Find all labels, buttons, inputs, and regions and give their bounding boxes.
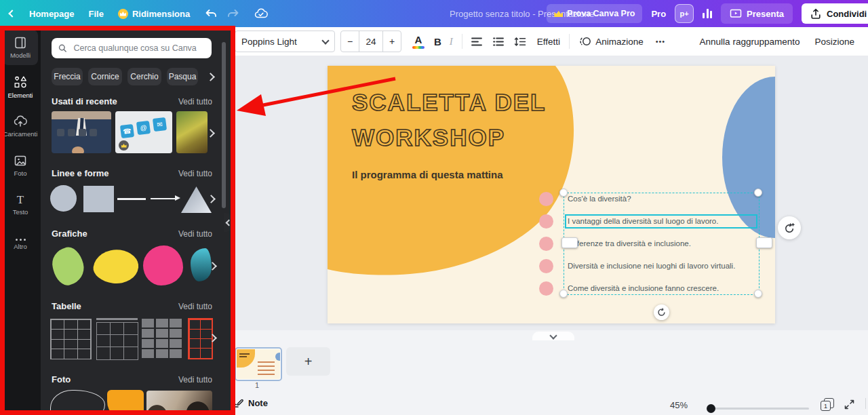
sidebar-item-altro[interactable]: Altro bbox=[3, 226, 38, 262]
chip-cornice[interactable]: Cornice bbox=[88, 68, 122, 85]
sidebar-item-modelli[interactable]: Modelli bbox=[3, 30, 38, 65]
redo-icon[interactable] bbox=[226, 7, 240, 20]
bullet-dot[interactable] bbox=[539, 214, 553, 229]
divider bbox=[462, 34, 462, 49]
rotate-icon bbox=[657, 308, 666, 317]
bold-button[interactable]: B bbox=[434, 36, 441, 47]
font-size-value[interactable]: 24 bbox=[359, 31, 383, 52]
see-all-link[interactable]: Vedi tutto bbox=[178, 302, 212, 311]
sidebar-item-elementi[interactable]: Elementi bbox=[3, 69, 38, 104]
table-header-row[interactable] bbox=[96, 318, 138, 359]
selection-handle-e[interactable] bbox=[756, 237, 772, 248]
see-all-link[interactable]: Vedi tutto bbox=[178, 169, 212, 178]
see-all-link[interactable]: Vedi tutto bbox=[178, 97, 212, 106]
table-solid-cells[interactable] bbox=[142, 319, 182, 358]
bullet-list-icon[interactable] bbox=[492, 37, 505, 47]
bullet-dot[interactable] bbox=[539, 237, 553, 251]
grid-view-button[interactable]: 1 bbox=[821, 398, 834, 411]
bullet-dot[interactable] bbox=[539, 192, 553, 206]
chip-pasqua[interactable]: Pasqua bbox=[167, 68, 198, 85]
see-all-link[interactable]: Vedi tutto bbox=[178, 229, 212, 239]
see-all-link[interactable]: Vedi tutto bbox=[178, 375, 212, 384]
graphic-blob-yellow[interactable] bbox=[92, 247, 140, 286]
replace-element-button[interactable] bbox=[778, 216, 801, 239]
notes-pencil-icon bbox=[233, 398, 244, 408]
rotate-handle[interactable] bbox=[654, 304, 669, 320]
cloud-sync-icon[interactable] bbox=[254, 8, 268, 19]
slide-page[interactable]: SCALETTA DEL WORKSHOP Il programma di qu… bbox=[328, 66, 775, 323]
recent-photo-businessman[interactable] bbox=[52, 111, 111, 153]
bullet-dot[interactable] bbox=[539, 281, 553, 296]
avatar[interactable]: p+ bbox=[675, 4, 694, 23]
font-size-increase[interactable]: + bbox=[383, 31, 401, 52]
slide-title[interactable]: SCALETTA DEL WORKSHOP bbox=[352, 85, 576, 155]
photo-orange-blob[interactable] bbox=[107, 390, 144, 415]
selection-handle-sw[interactable] bbox=[559, 290, 568, 298]
font-size-stepper[interactable]: − 24 + bbox=[340, 31, 401, 52]
canvas-workspace[interactable]: SCALETTA DEL WORKSHOP Il programma di qu… bbox=[231, 56, 868, 330]
add-page-button[interactable]: + bbox=[286, 347, 330, 376]
section-lines-shapes: Linee e forme Vedi tutto bbox=[52, 168, 212, 178]
photo-room[interactable] bbox=[146, 391, 212, 415]
notes-button[interactable]: Note bbox=[233, 398, 268, 408]
back-icon[interactable] bbox=[8, 9, 16, 17]
shape-circle[interactable] bbox=[50, 185, 77, 212]
search-input[interactable] bbox=[72, 43, 205, 54]
photo-outline-shape[interactable] bbox=[50, 390, 105, 415]
menu-file[interactable]: File bbox=[88, 9, 103, 19]
shape-line[interactable] bbox=[117, 198, 146, 200]
panel-scrollbar[interactable] bbox=[222, 42, 226, 208]
shape-arrow[interactable] bbox=[151, 195, 180, 201]
menu-ridimensiona[interactable]: Ridimensiona bbox=[118, 9, 190, 19]
share-button[interactable]: Condividi bbox=[802, 3, 868, 24]
recent-chevron-right-icon[interactable] bbox=[206, 129, 215, 138]
table-outline[interactable] bbox=[50, 319, 92, 359]
shapes-chevron-right-icon[interactable] bbox=[207, 195, 216, 203]
italic-button[interactable]: I bbox=[450, 36, 453, 47]
chips-chevron-right-icon[interactable] bbox=[206, 73, 215, 81]
fullscreen-button[interactable] bbox=[844, 399, 854, 412]
recent-photo-keyboard[interactable]: ☎ @ ✉ bbox=[115, 111, 172, 153]
slide-subtitle[interactable]: Il programma di questa mattina bbox=[352, 169, 503, 180]
chip-freccia[interactable]: Freccia bbox=[52, 68, 83, 85]
recent-photo-couple[interactable] bbox=[176, 111, 208, 153]
text-selection-outline[interactable] bbox=[565, 214, 757, 229]
text-color-button[interactable]: A bbox=[411, 35, 426, 49]
font-family-select[interactable]: Poppins Light bbox=[235, 31, 335, 52]
selection-handle-ne[interactable] bbox=[754, 189, 762, 197]
alignment-icon[interactable] bbox=[471, 37, 483, 47]
position-button[interactable]: Posizione bbox=[814, 37, 854, 47]
zoom-slider[interactable] bbox=[707, 408, 809, 410]
ungroup-button[interactable]: Annulla raggruppamento bbox=[700, 37, 800, 47]
chip-cerchio[interactable]: Cerchio bbox=[127, 68, 161, 85]
insights-icon[interactable] bbox=[703, 9, 712, 18]
font-size-decrease[interactable]: − bbox=[341, 31, 359, 52]
animation-button[interactable]: Animazione bbox=[578, 36, 644, 47]
selection-handle-w[interactable] bbox=[561, 237, 578, 248]
zoom-level-label[interactable]: 45% bbox=[670, 400, 688, 410]
sidebar-item-caricamenti[interactable]: Caricamenti bbox=[3, 108, 38, 144]
selection-handle-se[interactable] bbox=[754, 290, 762, 298]
undo-icon[interactable] bbox=[204, 7, 218, 20]
group-selection-outline[interactable] bbox=[564, 193, 760, 295]
chevron-down-icon bbox=[321, 37, 329, 44]
graphic-blob-pink[interactable] bbox=[143, 245, 183, 285]
top-bar: Homepage File Ridimensiona Progetto senz… bbox=[0, 0, 868, 27]
bullet-dot[interactable] bbox=[539, 259, 553, 273]
selection-handle-nw[interactable] bbox=[559, 189, 568, 197]
zoom-slider-knob[interactable] bbox=[707, 404, 715, 413]
sidebar-item-testo[interactable]: T Testo bbox=[3, 187, 38, 222]
panel-collapse-button[interactable] bbox=[224, 213, 233, 232]
shape-square[interactable] bbox=[83, 186, 114, 212]
menu-homepage[interactable]: Homepage bbox=[29, 9, 74, 19]
try-pro-button[interactable]: Prova Canva Pro bbox=[547, 4, 642, 23]
effects-button[interactable]: Effetti bbox=[537, 37, 560, 47]
page-thumbnail-1[interactable] bbox=[235, 347, 282, 381]
present-button[interactable]: Presenta bbox=[721, 3, 793, 24]
graphic-blob-green[interactable] bbox=[49, 244, 87, 288]
line-spacing-icon[interactable] bbox=[514, 37, 526, 47]
search-box[interactable] bbox=[52, 38, 212, 58]
collapse-filmstrip-button[interactable] bbox=[532, 332, 574, 340]
sidebar-item-foto[interactable]: Foto bbox=[3, 148, 38, 183]
more-options-button[interactable]: ••• bbox=[656, 37, 666, 45]
